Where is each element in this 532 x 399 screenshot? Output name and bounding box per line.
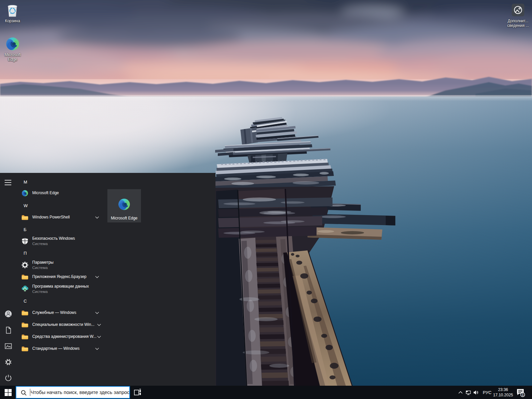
svg-text:1: 1 bbox=[522, 393, 524, 397]
